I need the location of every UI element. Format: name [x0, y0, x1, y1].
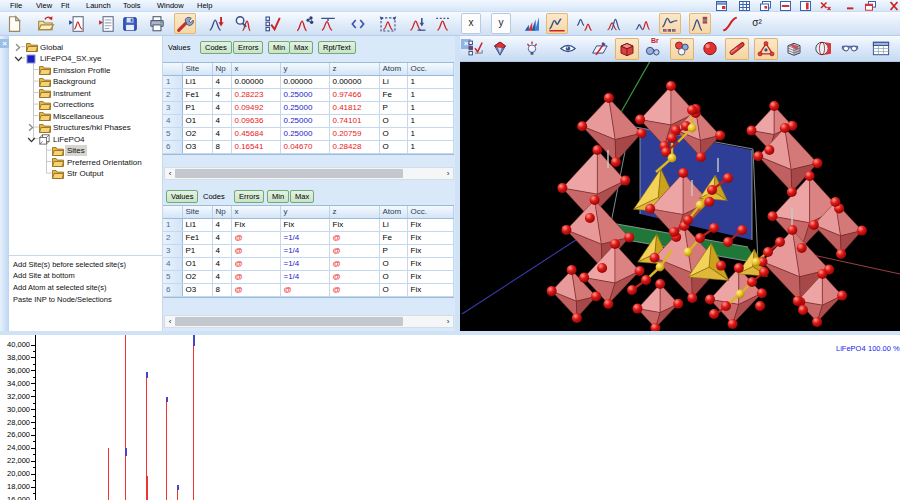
table-1-tab-min[interactable]: Min [268, 41, 290, 54]
phase-bars-plot-button[interactable] [689, 13, 711, 34]
cell-site[interactable]: Fe1 [182, 88, 212, 101]
tree-expand-arrow-icon[interactable] [14, 55, 23, 65]
table-2-tab-codes[interactable]: Codes [203, 192, 225, 201]
cell-y[interactable]: =1/4 [280, 270, 329, 283]
table-1-horizontal-scrollbar[interactable]: ‹› [164, 167, 454, 180]
structure-3d-canvas[interactable] [460, 62, 900, 331]
cell-num[interactable]: 4 [163, 114, 182, 127]
setup-wrench-button[interactable] [174, 13, 196, 34]
offset-plots-button[interactable] [574, 13, 596, 34]
close-all-icon[interactable] [820, 1, 831, 11]
cell-atom[interactable]: O [379, 283, 407, 296]
cascade-icon[interactable] [760, 1, 771, 11]
cell-atom[interactable]: Li [379, 218, 407, 231]
cell-num[interactable]: 6 [163, 283, 182, 296]
peak-arrow-down-button[interactable] [407, 13, 429, 34]
tree-item-background[interactable]: Background [9, 76, 163, 87]
cell-atom[interactable]: Li [379, 75, 407, 88]
cell-occ[interactable]: 1 [407, 114, 453, 127]
scrollbar-thumb[interactable] [175, 317, 403, 326]
scroll-right-icon[interactable]: › [443, 168, 453, 179]
column-header-Occ.[interactable]: Occ. [407, 63, 453, 75]
tree-item-sites[interactable]: Sites [9, 145, 163, 156]
background-curve-button[interactable] [719, 13, 741, 34]
tree-item-label[interactable]: Sites [65, 145, 87, 156]
column-header-x[interactable]: x [231, 63, 280, 75]
cell-num[interactable]: 1 [163, 218, 182, 231]
tree-item-label[interactable]: Str Output [65, 168, 105, 179]
scroll-left-icon[interactable]: ‹ [165, 168, 175, 179]
column-header-Np[interactable]: Np [212, 63, 231, 75]
cell-occ[interactable]: Fix [407, 218, 453, 231]
tree-collapse-arrow-icon[interactable] [27, 123, 35, 134]
polyhedra-gem-button[interactable] [488, 38, 512, 60]
cell-x[interactable]: @ [231, 244, 280, 257]
cell-x[interactable]: @ [231, 283, 280, 296]
cell-z[interactable]: 0.97466 [329, 88, 379, 101]
cell-z[interactable]: @ [329, 270, 379, 283]
table-1-tab-rpt-text[interactable]: Rpt/Text [318, 41, 356, 54]
cell-np[interactable]: 4 [212, 114, 231, 127]
cell-site[interactable]: O1 [182, 114, 212, 127]
cell-np[interactable]: 8 [212, 283, 231, 296]
cell-num[interactable]: 3 [163, 244, 182, 257]
cell-occ[interactable]: Fix [407, 244, 453, 257]
cell-y[interactable]: 0.25000 [280, 88, 329, 101]
coordination-triangle-button[interactable] [754, 38, 778, 60]
data-grid-button[interactable] [869, 38, 893, 60]
spheres-display-button[interactable] [670, 38, 694, 60]
menu-launch[interactable]: Launch [84, 1, 113, 11]
new-file-button[interactable] [3, 13, 25, 34]
cell-occ[interactable]: Fix [407, 270, 453, 283]
cell-num[interactable]: 5 [163, 127, 182, 140]
cell-np[interactable]: 4 [212, 101, 231, 114]
cell-site[interactable]: Li1 [182, 218, 212, 231]
cell-z[interactable]: 0.20759 [329, 127, 379, 140]
table-2-tab-values[interactable]: Values [166, 190, 198, 203]
packing-cube-button[interactable] [782, 38, 806, 60]
tree-collapse-arrow-icon[interactable] [14, 43, 22, 54]
tree-item-emission-profile[interactable]: Emission Profile [9, 65, 163, 76]
cell-site[interactable]: O2 [182, 270, 212, 283]
cell-atom[interactable]: O [379, 257, 407, 270]
cell-z[interactable]: 0.74101 [329, 114, 379, 127]
cell-y[interactable]: Fix [280, 218, 329, 231]
tile-horizontal-icon[interactable] [780, 1, 791, 11]
column-header-rownum[interactable] [163, 63, 182, 75]
cell-np[interactable]: 4 [212, 231, 231, 244]
cell-x[interactable]: 0.00000 [231, 75, 280, 88]
cell-occ[interactable]: 1 [407, 140, 453, 153]
table-2-horizontal-scrollbar[interactable]: ‹› [164, 315, 454, 328]
bonds-rod-button[interactable] [725, 38, 749, 60]
cell-atom[interactable]: Fe [379, 88, 407, 101]
cell-occ[interactable]: 1 [407, 101, 453, 114]
cell-z[interactable]: @ [329, 257, 379, 270]
cell-site[interactable]: O3 [182, 140, 212, 153]
stack-plots-button[interactable] [521, 13, 543, 34]
column-header-Atom[interactable]: Atom [379, 63, 407, 75]
scroll-left-icon[interactable]: ‹ [165, 316, 175, 327]
menu-window[interactable]: Window [155, 1, 186, 11]
sigma-squared-button[interactable]: σ² [746, 13, 768, 34]
cell-z[interactable]: @ [329, 283, 379, 296]
cell-atom[interactable]: P [379, 244, 407, 257]
cell-occ[interactable]: 1 [407, 88, 453, 101]
column-header-Site[interactable]: Site [182, 206, 212, 218]
cell-x[interactable]: 0.16541 [231, 140, 280, 153]
menu-view[interactable]: View [34, 1, 54, 11]
cell-atom[interactable]: O [379, 140, 407, 153]
tree-item-lifepo4[interactable]: LiFePO4 [9, 134, 163, 145]
column-header-y[interactable]: y [280, 206, 329, 218]
y-axis-button[interactable]: y [491, 13, 511, 34]
cell-num[interactable]: 2 [163, 88, 182, 101]
cell-z[interactable]: 0.41812 [329, 101, 379, 114]
cell-num[interactable]: 6 [163, 140, 182, 153]
unit-cell-box-button[interactable] [615, 38, 639, 60]
tree-item-label[interactable]: LiFePO4_SX.xye [38, 53, 103, 64]
cell-site[interactable]: Fe1 [182, 231, 212, 244]
grid-icon[interactable] [739, 1, 750, 11]
cell-y[interactable]: =1/4 [280, 244, 329, 257]
tree-item-label[interactable]: Background [51, 76, 98, 87]
cell-np[interactable]: 8 [212, 140, 231, 153]
new-window-icon[interactable] [716, 1, 727, 11]
